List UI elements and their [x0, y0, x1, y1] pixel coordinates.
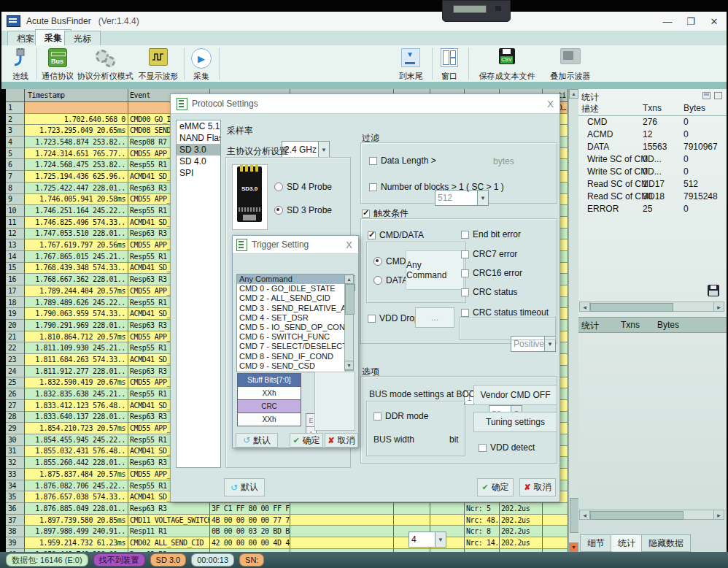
scroll-right-button[interactable]: ▶ [713, 302, 724, 311]
stats-header-txns[interactable]: Txns [643, 103, 662, 113]
chevron-down-icon[interactable]: ▼ [318, 142, 329, 158]
table-row[interactable]: 381.897.980.499 240.91..Resp11 R10B 00 0… [6, 526, 568, 537]
protocol-option[interactable]: SD 3.0 [177, 144, 220, 156]
end-bit-error-checkbox[interactable]: End bit error [461, 229, 521, 239]
stats2-hscrollbar[interactable]: ◀ ▶ [579, 510, 724, 520]
table-row[interactable]: 391.959.214.732 61.23msCMD02 ALL_SEND_CI… [6, 537, 568, 549]
crc16-error-checkbox[interactable]: CRC16 error [461, 268, 522, 278]
dialog-close-icon[interactable]: X [547, 99, 554, 110]
command-option[interactable]: CMD 8 - SEND_IF_COND [237, 352, 345, 361]
table-row[interactable]: 361.876.885.049 228.01..Resp63 R33F C1 F… [6, 503, 568, 515]
sample-rate-dropdown[interactable]: 2.4 GHz ▼ [282, 141, 330, 158]
trigger-cancel-button[interactable]: ✘ 取消 [325, 433, 358, 448]
to-end-button[interactable]: 到末尾 [395, 47, 426, 82]
data-length-dropdown[interactable]: 512 ▼ [435, 190, 489, 206]
trigger-default-button[interactable]: ↺ 默认 [236, 433, 278, 448]
header-timestamp[interactable]: Timestamp [25, 89, 128, 102]
scroll-down-button[interactable]: ▼ [569, 542, 578, 552]
command-option[interactable]: CMD 0 - GO_IDLE_STATE [237, 284, 345, 293]
scroll-down-button[interactable]: ▼ [344, 361, 354, 370]
data-length-checkbox[interactable]: Data Length > [369, 156, 436, 166]
any-command-button[interactable]: Any Command [406, 250, 464, 290]
trigger-ok-button[interactable]: ✔ 确定 [290, 433, 323, 448]
command-option[interactable]: CMD 9 - SEND_CSD [237, 361, 345, 371]
cmd-data-checkbox[interactable]: CMD/DATA [368, 230, 424, 240]
scrollbar-thumb[interactable] [345, 284, 355, 315]
stats2-header-txns[interactable]: Txns [621, 320, 640, 330]
table-vertical-scrollbar[interactable]: ▲ ▼ [568, 89, 578, 552]
command-option[interactable]: CMD 3 - SEND_RELATIVE_ADDR [237, 304, 345, 313]
protocol-option[interactable]: eMMC 5.1 [177, 120, 220, 132]
blocks-checkbox[interactable]: Number of blocks > 1 ( SC > 1 ) [369, 182, 504, 192]
protocol-option[interactable]: SPI [177, 167, 220, 179]
vdd-drop-options-button[interactable]: ... [415, 307, 454, 328]
dialog-title-bar[interactable]: Protocol Settings X [171, 94, 559, 114]
table-row[interactable]: 371.897.739.580 20.85msCMD11 VOLTAGE_SWI… [6, 515, 568, 526]
scroll-right-button[interactable]: ▶ [713, 510, 724, 519]
sd4-probe-radio[interactable]: SD 4 Probe [274, 182, 332, 192]
field-cell[interactable]: XXh [237, 386, 301, 400]
ok-button[interactable]: ✔ 确定 [477, 478, 514, 496]
ddr-mode-checkbox[interactable]: DDR mode [373, 411, 428, 421]
scrollbar-thumb[interactable] [590, 511, 684, 520]
stats-hscrollbar[interactable]: ◀ ▶ [579, 302, 724, 312]
vdd-detect-checkbox[interactable]: VDD detect [479, 442, 535, 453]
no-waveform-button[interactable]: 不显示波形 [137, 47, 179, 82]
tuning-settings-button[interactable]: Tuning settings [473, 412, 557, 432]
vendor-cmd-off-button[interactable]: Vendor CMD OFF [473, 385, 557, 405]
bus-width-dropdown[interactable]: 4 ▼ [408, 531, 446, 548]
chevron-down-icon[interactable]: ▼ [477, 191, 488, 205]
stats-header-bytes[interactable]: Bytes [684, 103, 705, 113]
command-option[interactable]: Any Command [237, 275, 345, 284]
close-button[interactable]: ✕ [703, 12, 725, 31]
chevron-down-icon[interactable]: ▼ [435, 532, 446, 547]
command-option[interactable]: CMD 4 - SET_DSR [237, 313, 345, 323]
command-option[interactable]: CMD 7 - SELECT/DESELECT_CARD [237, 342, 345, 351]
analyzer-mode-button[interactable]: 协议分析仪模式 [77, 47, 133, 82]
scrollbar-thumb[interactable] [590, 303, 673, 312]
save-text-file-button[interactable]: CSV 保存成文本文件 [474, 47, 540, 82]
command-list-scrollbar[interactable]: ▲ ▼ [344, 274, 354, 371]
dock-panel-icon[interactable] [702, 92, 710, 99]
overlay-oscilloscope-button[interactable]: 叠加示波器 [547, 47, 594, 82]
window-layout-button[interactable]: 窗口 [436, 47, 462, 82]
cancel-button[interactable]: ✘ 取消 [519, 478, 556, 496]
tab-statistics[interactable]: 统计 [611, 534, 643, 551]
sd3-probe-radio[interactable]: SD 3 Probe [274, 205, 332, 215]
tab-hidden-data[interactable]: 隐藏数据 [641, 534, 691, 552]
scroll-up-button[interactable]: ▲ [569, 89, 578, 99]
command-option[interactable]: CMD 2 - ALL_SEND_CID [237, 293, 345, 303]
close-panel-icon[interactable] [714, 92, 722, 99]
stats2-header-bytes[interactable]: Bytes [657, 320, 679, 330]
command-option[interactable]: CMD 5 - IO_SEND_OP_COND [237, 323, 345, 332]
save-stats-icon[interactable] [708, 285, 719, 296]
protocol-option[interactable]: NAND Flash [177, 132, 220, 144]
stats2-header-title[interactable]: 统计 [581, 320, 599, 332]
crc-timeout-checkbox[interactable]: CRC status timeout [461, 307, 549, 318]
field-cell[interactable]: CRC [237, 399, 301, 413]
tab-details[interactable]: 细节 [580, 534, 612, 552]
stats-header-desc[interactable]: 描述 [581, 103, 599, 115]
cell-timestamp: 1.876.082.706 245.22.. [25, 480, 128, 492]
vdd-drop-checkbox[interactable]: VDD Drop [368, 313, 419, 323]
scroll-up-button[interactable]: ▲ [344, 275, 354, 284]
cmd-radio[interactable]: CMD [373, 256, 406, 266]
bus-protocol-button[interactable]: Bus 通信协议 [41, 47, 74, 82]
scroll-left-button[interactable]: ◀ [580, 510, 590, 519]
capture-button[interactable]: ▶ 采集 [188, 47, 214, 82]
field-cell[interactable]: XXh [237, 412, 301, 426]
minimize-button[interactable]: — [657, 12, 678, 31]
trigger-dialog-close-icon[interactable]: X [346, 239, 352, 250]
field-cell[interactable]: Stuff Bits[7:0] [237, 373, 301, 387]
command-option[interactable]: CMD 6 - SWITCH_FUNC [237, 332, 345, 342]
default-button[interactable]: ↺ 默认 [224, 478, 265, 496]
protocol-option[interactable]: SD 4.0 [177, 156, 220, 167]
tab-cursor[interactable]: 光标 [64, 31, 101, 46]
crc-status-checkbox[interactable]: CRC status [461, 287, 517, 297]
scroll-left-button[interactable]: ◀ [580, 302, 590, 311]
connect-button[interactable]: 连线 [7, 47, 34, 82]
maximize-button[interactable]: ❐ [680, 12, 702, 31]
crc7-error-checkbox[interactable]: CRC7 error [461, 249, 517, 259]
trigger-dialog-title-bar[interactable]: Trigger Setting X [233, 236, 358, 254]
data-radio[interactable]: DATA [373, 275, 408, 285]
